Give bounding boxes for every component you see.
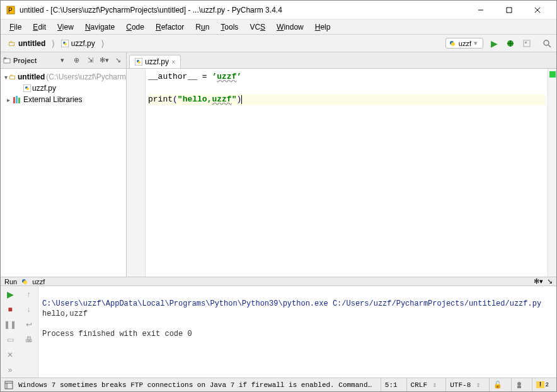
dropdown-icon: ▾ bbox=[474, 39, 478, 47]
settings-icon[interactable]: ✻▾ bbox=[534, 277, 543, 285]
python-file-icon bbox=[135, 58, 142, 66]
down-button[interactable]: ↓ bbox=[23, 304, 35, 315]
project-tree[interactable]: ▾🗀untitled (C:\Users\uzzf\Pycharm uzzf.p… bbox=[1, 69, 126, 277]
scroll-from-source-button[interactable]: ⊕ bbox=[71, 55, 82, 66]
navigation-toolbar: 🗀 untitled uzzf.py uzzf ▾ ▶ bbox=[1, 35, 556, 52]
inspection-ok-marker[interactable] bbox=[549, 71, 556, 78]
editor-gutter bbox=[127, 69, 146, 277]
maximize-button[interactable] bbox=[495, 1, 523, 19]
tree-row[interactable]: uzzf.py bbox=[1, 83, 126, 94]
console-command: C:\Users\uzzf\AppData\Local\Programs\Pyt… bbox=[42, 299, 541, 308]
tree-twisty[interactable]: ▸ bbox=[4, 96, 12, 103]
tree-label: uzzf.py bbox=[32, 84, 56, 93]
app-icon: P bbox=[6, 5, 16, 15]
line-separator[interactable]: CRLF ⇕ bbox=[406, 378, 441, 391]
run-button[interactable]: ▶ bbox=[488, 38, 500, 49]
editor-tab-label: uzzf.py bbox=[145, 57, 169, 66]
notifications-icon[interactable]: !2 bbox=[532, 378, 553, 391]
editor-tabbar: uzzf.py × bbox=[127, 52, 556, 69]
breadcrumb-file[interactable]: uzzf.py bbox=[57, 38, 99, 49]
tree-suffix: (C:\Users\uzzf\Pycharm bbox=[46, 72, 126, 81]
tool-windows-button[interactable] bbox=[4, 381, 13, 389]
menubar: File Edit View Navigate Code Refactor Ru… bbox=[1, 20, 556, 35]
menu-navigate[interactable]: Navigate bbox=[80, 21, 120, 33]
console-output[interactable]: C:\Users\uzzf\AppData\Local\Programs\Pyt… bbox=[38, 286, 556, 378]
svg-rect-15 bbox=[525, 42, 527, 43]
hector-icon[interactable] bbox=[511, 378, 527, 391]
svg-rect-31 bbox=[5, 381, 13, 389]
menu-edit[interactable]: Edit bbox=[28, 21, 51, 33]
run-config-dropdown[interactable]: uzzf ▾ bbox=[445, 38, 483, 49]
statusbar: Windows 7 sometimes breaks FTP connectio… bbox=[1, 378, 556, 391]
menu-window[interactable]: Window bbox=[272, 21, 309, 33]
svg-rect-24 bbox=[16, 96, 18, 103]
tree-label: untitled bbox=[18, 72, 45, 81]
project-icon bbox=[3, 57, 11, 64]
layout-button[interactable]: ▭ bbox=[4, 334, 16, 345]
python-icon bbox=[21, 278, 28, 285]
editor-tab[interactable]: uzzf.py × bbox=[129, 55, 181, 68]
code-content[interactable]: __author__ = ’uzzf’ print("hello,uzzf") bbox=[146, 69, 548, 277]
soft-wrap-button[interactable]: ↩ bbox=[23, 319, 35, 330]
close-button[interactable] bbox=[523, 1, 551, 19]
menu-vcs[interactable]: VCS bbox=[244, 21, 270, 33]
menu-run[interactable]: Run bbox=[190, 21, 214, 33]
svg-rect-18 bbox=[4, 59, 10, 63]
debug-button[interactable] bbox=[505, 38, 516, 49]
menu-help[interactable]: Help bbox=[310, 21, 336, 33]
warning-count: 2 bbox=[546, 381, 549, 388]
titlebar-text: untitled - [C:\Users\uzzf\PycharmProject… bbox=[20, 6, 466, 14]
tree-label: External Libraries bbox=[23, 95, 82, 104]
project-tool-window: Project ▾ ⊕ ⇲ ✻▾ ↘ ▾🗀untitled (C:\Users\… bbox=[1, 52, 127, 277]
menu-refactor[interactable]: Refactor bbox=[151, 21, 189, 33]
project-panel-header: Project ▾ ⊕ ⇲ ✻▾ ↘ bbox=[1, 52, 126, 69]
stop-button[interactable]: ■ bbox=[4, 304, 16, 315]
coverage-button[interactable] bbox=[521, 38, 532, 49]
run-panel-title: Run bbox=[4, 278, 17, 285]
console-exit: Process finished with exit code 0 bbox=[42, 330, 192, 338]
tree-row[interactable]: ▸ External Libraries bbox=[1, 94, 126, 105]
run-panel-config: uzzf bbox=[32, 278, 45, 285]
svg-text:P: P bbox=[8, 7, 13, 14]
menu-tools[interactable]: Tools bbox=[215, 21, 243, 33]
run-tool-window: Run uzzf ✻▾ ↘ ▶ ■ ❚❚ ▭ ✕ » ↑ ↓ ↩ 🖶 C:\Us… bbox=[1, 277, 556, 378]
hide-button[interactable]: ↘ bbox=[112, 55, 123, 66]
tab-close-button[interactable]: × bbox=[171, 58, 175, 66]
project-panel-title: Project bbox=[13, 57, 54, 64]
titlebar: P untitled - [C:\Users\uzzf\PycharmProje… bbox=[1, 1, 556, 20]
rerun-button[interactable]: ▶ bbox=[4, 289, 16, 300]
svg-rect-19 bbox=[4, 57, 6, 59]
file-encoding[interactable]: UTF-8 ⇕ bbox=[445, 378, 484, 391]
breadcrumb-sep bbox=[99, 38, 106, 49]
editor-body[interactable]: __author__ = ’uzzf’ print("hello,uzzf") bbox=[127, 69, 556, 277]
main-area: Project ▾ ⊕ ⇲ ✻▾ ↘ ▾🗀untitled (C:\Users\… bbox=[1, 52, 556, 277]
search-everywhere-button[interactable] bbox=[541, 38, 553, 49]
view-mode-dropdown[interactable]: ▾ bbox=[57, 55, 68, 66]
python-icon bbox=[449, 40, 456, 47]
tree-row[interactable]: ▾🗀untitled (C:\Users\uzzf\Pycharm bbox=[1, 71, 126, 83]
collapse-all-button[interactable]: ⇲ bbox=[84, 55, 96, 66]
tree-twisty[interactable]: ▾ bbox=[4, 74, 8, 81]
libraries-icon bbox=[13, 96, 22, 103]
caret-position[interactable]: 5:1 bbox=[381, 378, 401, 391]
window-controls bbox=[466, 1, 551, 19]
menu-file[interactable]: File bbox=[4, 21, 26, 33]
pause-button[interactable]: ❚❚ bbox=[4, 319, 16, 330]
svg-rect-3 bbox=[507, 8, 512, 13]
svg-point-16 bbox=[544, 40, 549, 45]
run-panel-header: Run uzzf ✻▾ ↘ bbox=[1, 277, 556, 286]
breadcrumb-project[interactable]: 🗀 untitled bbox=[4, 38, 49, 49]
menu-code[interactable]: Code bbox=[121, 21, 149, 33]
minimize-button[interactable] bbox=[466, 1, 495, 19]
print-button[interactable]: 🖶 bbox=[23, 334, 35, 345]
up-button[interactable]: ↑ bbox=[23, 289, 35, 300]
status-message: Windows 7 sometimes breaks FTP connectio… bbox=[18, 381, 376, 389]
expand-button[interactable]: » bbox=[4, 364, 16, 376]
svg-rect-23 bbox=[13, 97, 15, 103]
close-button[interactable]: ✕ bbox=[4, 349, 16, 360]
settings-button[interactable]: ✻▾ bbox=[98, 55, 110, 66]
run-left-toolbar: ▶ ■ ❚❚ ▭ ✕ » bbox=[1, 286, 20, 378]
menu-view[interactable]: View bbox=[52, 21, 79, 33]
read-only-toggle[interactable]: 🔓 bbox=[489, 378, 506, 391]
hide-icon[interactable]: ↘ bbox=[547, 277, 553, 285]
